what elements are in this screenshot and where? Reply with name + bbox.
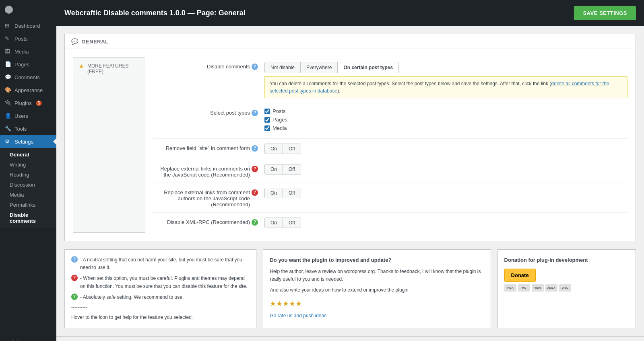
submenu-permalinks[interactable]: Permalinks [0, 200, 56, 210]
remove-site-off-btn[interactable]: Off [283, 144, 301, 154]
sidebar-item-appearance[interactable]: 🎨 Appearance [0, 84, 56, 97]
remove-site-help-icon[interactable]: ? [252, 145, 258, 152]
replace-external-js-label: Replace external links in comments on th… [153, 164, 258, 178]
general-section-content: ★ MORE FEATURES (FREE) Disable comments … [65, 49, 636, 241]
legend-warning-text: - When set this option, you must be care… [80, 275, 250, 290]
on-certain-post-types-btn[interactable]: On certain post types [338, 62, 398, 73]
legend-neutral-icon: ? [71, 256, 78, 263]
card-visa2: VISA [532, 284, 544, 292]
legend-safe-icon: ? [71, 294, 78, 300]
general-section-header: 💬 GENERAL [65, 34, 636, 49]
checkbox-pages-input[interactable] [264, 117, 270, 123]
replace-external-js-toggle: On Off [264, 164, 301, 175]
replace-external-authors-help-icon[interactable]: ? [252, 189, 258, 196]
post-types-control: Posts Pages Media [264, 108, 627, 134]
features-label: MORE FEATURES (FREE) [87, 63, 139, 74]
select-post-types-help-icon[interactable]: ? [252, 110, 258, 116]
promo-title: Do you want the plugin to improved and u… [270, 256, 484, 265]
appearance-icon: 🎨 [5, 87, 11, 93]
sidebar-label-comments: Comments [14, 74, 40, 80]
submenu-discussion[interactable]: Discussion [0, 180, 56, 190]
donation-panel: Donation for plug-in development Donate … [497, 249, 636, 328]
sidebar-label-media: Media [14, 49, 29, 55]
remove-site-toggle: On Off [264, 144, 301, 154]
sidebar-item-tools[interactable]: 🔧 Tools [0, 122, 56, 135]
info-text-after: ). [337, 88, 340, 94]
replace-external-authors-toggle: On Off [264, 188, 301, 198]
sidebar-label-users: Users [14, 113, 28, 119]
sidebar-label-appearance: Appearance [14, 87, 43, 93]
sidebar-item-dashboard[interactable]: ⊞ Dashboard [0, 19, 56, 32]
card-amex: AMEX [545, 284, 557, 292]
save-settings-button[interactable]: SAVE SETTINGS [574, 6, 636, 20]
sidebar-item-plugins[interactable]: 🔌 Plugins 5 [0, 97, 56, 109]
wp-logo-icon [5, 6, 13, 14]
users-icon: 👤 [5, 113, 11, 119]
settings-form: Disable comments ? Not disable Everywher… [153, 57, 627, 233]
replace-external-js-on-btn[interactable]: On [265, 164, 283, 174]
submenu-disable-comments[interactable]: Disable comments [0, 210, 56, 226]
replace-external-authors-label: Replace external links from comment auth… [153, 188, 258, 207]
remove-site-on-btn[interactable]: On [265, 144, 283, 154]
promo-body2: And also write your ideas on how to exte… [270, 286, 484, 294]
legend-neutral-line: ? - A neutral setting that can not harm … [71, 256, 250, 271]
settings-arrow [53, 138, 56, 145]
promo-stars: ★★★★★ [270, 298, 484, 310]
submenu-media[interactable]: Media [0, 190, 56, 200]
disable-comments-control: Not disable Everywhere On certain post t… [264, 62, 627, 98]
replace-external-js-control: On Off [264, 164, 627, 175]
replace-external-js-off-btn[interactable]: Off [283, 164, 301, 174]
card-disc: DISC [559, 284, 571, 292]
replace-external-js-help-icon[interactable]: ? [252, 166, 258, 172]
checkbox-posts-input[interactable] [264, 109, 270, 114]
sidebar-item-pages[interactable]: 📄 Pages [0, 58, 56, 71]
disable-comments-help-icon[interactable]: ? [252, 64, 258, 70]
pages-icon: 📄 [5, 61, 11, 68]
sidebar-item-media[interactable]: 🖼 Media [0, 45, 56, 58]
sidebar-label-settings: Settings [14, 139, 33, 145]
sidebar-item-posts[interactable]: ✎ Posts [0, 32, 56, 45]
dashboard-icon: ⊞ [5, 23, 11, 29]
disable-xmlrpc-on-btn[interactable]: On [265, 218, 283, 228]
sidebar-item-users[interactable]: 👤 Users [0, 109, 56, 122]
page-header: Webcraftic Disable comments 1.0.0 — Page… [56, 0, 644, 26]
donation-title: Donation for plug-in development [504, 256, 629, 265]
checkbox-media-input[interactable] [264, 125, 270, 131]
comments-icon: 💬 [5, 74, 11, 80]
checkbox-posts-label: Posts [272, 108, 286, 114]
submenu-writing[interactable]: Writing [0, 160, 56, 170]
main-content: Webcraftic Disable comments 1.0.0 — Page… [56, 0, 644, 341]
legend-safe-line: ? - Absolutely safe setting. We recommen… [71, 294, 250, 301]
sidebar: ⊞ Dashboard ✎ Posts 🖼 Media 📄 Pages 💬 Co… [0, 0, 56, 341]
disable-xmlrpc-toggle: On Off [264, 218, 301, 228]
remove-site-label: Remove field "site" in comment form ? [153, 144, 258, 152]
checkbox-posts: Posts [264, 108, 627, 114]
collapse-menu-button[interactable]: ◀ Collapse menu [0, 335, 56, 341]
replace-external-authors-off-btn[interactable]: Off [283, 188, 301, 198]
legend-dashes: ---------- [71, 304, 250, 311]
sidebar-label-posts: Posts [14, 36, 28, 42]
sidebar-label-dashboard: Dashboard [14, 23, 40, 29]
replace-external-authors-on-btn[interactable]: On [265, 188, 283, 198]
remove-site-control: On Off [264, 144, 627, 154]
sidebar-label-pages: Pages [14, 62, 29, 68]
comment-bubble-icon: 💬 [71, 38, 78, 45]
legend-neutral-text: - A neutral setting that can not harm yo… [80, 256, 250, 271]
disable-comments-btn-group: Not disable Everywhere On certain post t… [264, 62, 399, 73]
features-sidebar-panel: ★ MORE FEATURES (FREE) [73, 57, 145, 233]
sidebar-item-comments[interactable]: 💬 Comments [0, 71, 56, 84]
sidebar-item-settings[interactable]: ⚙ Settings [0, 135, 56, 148]
replace-external-js-row: Replace external links in comments on th… [153, 159, 627, 183]
donate-button[interactable]: Donate [504, 269, 536, 282]
disable-xmlrpc-off-btn[interactable]: Off [283, 218, 301, 228]
everywhere-btn[interactable]: Everywhere [301, 62, 338, 73]
disable-xmlrpc-help-icon[interactable]: ? [252, 219, 258, 226]
promo-link[interactable]: Go rate us and push ideas [270, 313, 326, 318]
title-page: Page: General [197, 9, 246, 17]
page-title: Webcraftic Disable comments 1.0.0 — Page… [64, 9, 246, 17]
submenu-general[interactable]: General [0, 150, 56, 160]
not-disable-btn[interactable]: Not disable [265, 62, 301, 73]
card-mc: MC [518, 284, 530, 292]
submenu-reading[interactable]: Reading [0, 170, 56, 180]
page-content: 💬 GENERAL ★ MORE FEATURES (FREE) Disable… [56, 26, 644, 336]
